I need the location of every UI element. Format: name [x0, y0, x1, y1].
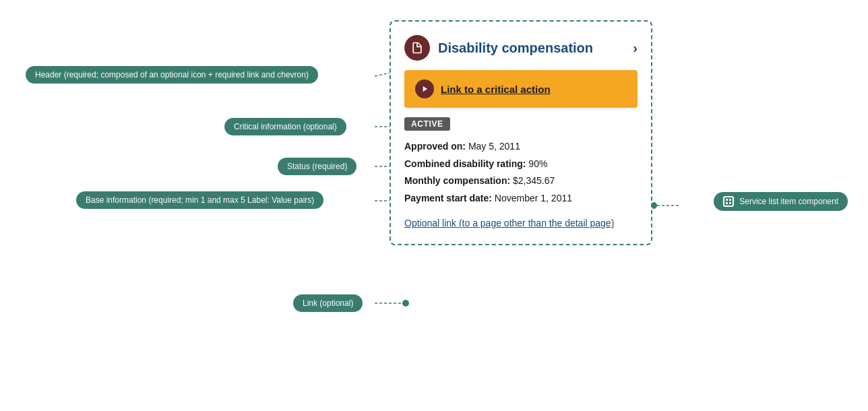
status-row: ACTIVE — [404, 117, 638, 131]
service-list-label: Service list item component — [714, 192, 848, 211]
compensation-value-text: $2,345.67 — [513, 175, 555, 186]
service-label-icon — [723, 196, 734, 207]
payment-label: Payment start date: — [404, 193, 492, 203]
info-row-approved: Approved on: May 5, 2011 — [404, 140, 638, 154]
approved-label: Approved on: — [404, 141, 466, 152]
card-header-left: Disability compensation — [404, 35, 593, 61]
component-card: Disability compensation › Link to a crit… — [390, 20, 652, 245]
critical-banner: Link to a critical action — [404, 70, 638, 108]
info-row-payment: Payment start date: November 1, 2011 — [404, 192, 638, 205]
link-annotation: Link (optional) — [293, 294, 363, 312]
chevron-icon: › — [633, 40, 638, 56]
status-annotation: Status (required) — [278, 158, 356, 175]
svg-rect-8 — [726, 202, 728, 204]
info-row-compensation: Monthly compensation: $2,345.67 — [404, 175, 638, 188]
approved-value-text: May 5, 2011 — [468, 141, 520, 152]
payment-value-text: November 1, 2011 — [495, 193, 572, 203]
rating-value-text: 90% — [528, 158, 547, 169]
base-annotation: Base information (required; min 1 and ma… — [76, 191, 323, 209]
status-badge: ACTIVE — [404, 117, 450, 131]
svg-rect-6 — [726, 199, 728, 201]
canvas: Header (required; composed of an optiona… — [0, 0, 868, 411]
rating-label: Combined disability rating: — [404, 158, 526, 169]
svg-rect-9 — [729, 202, 731, 204]
critical-action-icon — [415, 80, 434, 98]
card-header: Disability compensation › — [404, 35, 638, 61]
critical-action-link[interactable]: Link to a critical action — [441, 84, 551, 95]
info-row-rating: Combined disability rating: 90% — [404, 158, 638, 171]
critical-annotation: Critical information (optional) — [224, 118, 346, 135]
base-info: Approved on: May 5, 2011 Combined disabi… — [404, 140, 638, 205]
svg-rect-7 — [729, 199, 731, 201]
document-icon — [404, 35, 430, 61]
compensation-label: Monthly compensation: — [404, 175, 510, 186]
header-annotation: Header (required; composed of an optiona… — [26, 66, 318, 84]
dot-link — [402, 300, 409, 307]
optional-link[interactable]: Optional link (to a page other than the … — [404, 217, 638, 230]
card-title[interactable]: Disability compensation — [438, 40, 593, 57]
